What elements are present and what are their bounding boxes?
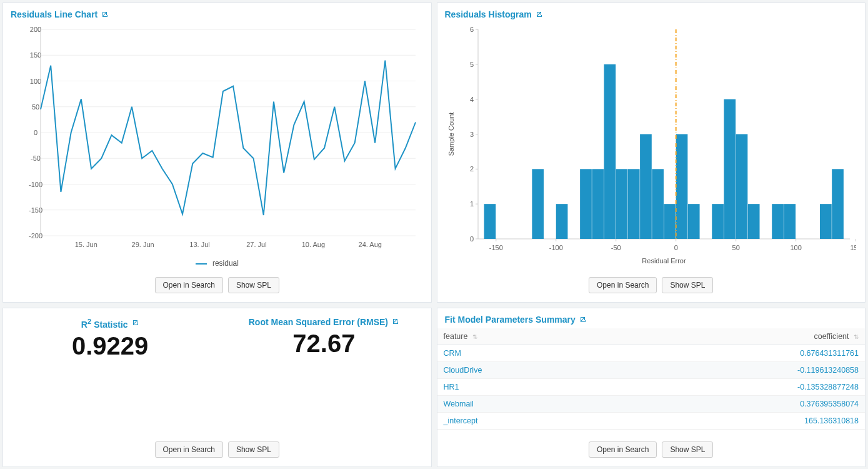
svg-rect-73 <box>784 204 796 239</box>
external-link-icon[interactable] <box>579 316 587 323</box>
panel-title-text: Fit Model Parameters Summary <box>445 315 576 325</box>
params-table: feature ⇅ coefficient ⇅ CRM0.67643131176… <box>437 328 866 430</box>
svg-rect-68 <box>712 204 724 239</box>
residuals-histogram-panel: Residuals Histogram 0123456-150-100-5005… <box>437 3 866 303</box>
col-feature-header[interactable]: feature ⇅ <box>437 328 612 345</box>
open-in-search-button[interactable]: Open in Search <box>155 441 223 458</box>
external-link-icon[interactable] <box>132 318 139 328</box>
svg-rect-69 <box>724 99 736 239</box>
fit-model-parameters-panel: Fit Model Parameters Summary feature ⇅ c… <box>437 308 866 467</box>
svg-text:5: 5 <box>469 61 473 68</box>
feature-cell: Webmail <box>437 396 612 413</box>
svg-rect-64 <box>652 169 664 239</box>
col-coefficient-header[interactable]: coefficient ⇅ <box>612 328 865 345</box>
svg-text:13. Jul: 13. Jul <box>189 241 209 248</box>
stats-panel: R2 Statistic 0.9229 Root Mean Squared Er… <box>2 308 432 467</box>
svg-text:50: 50 <box>32 103 39 111</box>
external-link-icon[interactable] <box>392 317 399 327</box>
legend-label: residual <box>212 259 239 268</box>
svg-text:100: 100 <box>790 244 801 251</box>
panel-title: Residuals Line Chart <box>3 3 431 23</box>
svg-text:6: 6 <box>469 26 473 33</box>
col-coefficient-label: coefficient <box>814 332 849 341</box>
residuals-line-chart: -200-150-100-5005010015020015. Jun29. Ju… <box>9 23 422 255</box>
svg-rect-74 <box>820 204 832 239</box>
svg-text:-50: -50 <box>611 244 621 251</box>
table-row[interactable]: CloudDrive-0.119613240858 <box>437 362 866 379</box>
svg-text:1: 1 <box>469 200 473 208</box>
external-link-icon[interactable] <box>536 11 543 18</box>
open-in-search-button[interactable]: Open in Search <box>589 277 657 293</box>
line-chart-body: -200-150-100-5005010015020015. Jun29. Ju… <box>3 23 431 271</box>
line-chart-legend: residual <box>9 256 425 268</box>
external-link-icon[interactable] <box>101 11 109 18</box>
open-in-search-button[interactable]: Open in Search <box>589 441 657 458</box>
panel-title-text: Residuals Line Chart <box>11 9 97 19</box>
r2-value: 0.9229 <box>3 332 217 360</box>
col-feature-label: feature <box>444 332 468 341</box>
feature-cell: HR1 <box>437 379 612 396</box>
table-row[interactable]: HR1-0.135328877248 <box>437 379 866 396</box>
rmse-value: 72.67 <box>217 330 431 358</box>
svg-rect-65 <box>664 204 676 239</box>
rmse-block: Root Mean Squared Error (RMSE) 72.67 <box>217 315 431 360</box>
table-row[interactable]: Webmail0.376395358074 <box>437 396 866 413</box>
svg-rect-70 <box>736 134 747 240</box>
svg-text:27. Jul: 27. Jul <box>246 241 266 248</box>
open-in-search-button[interactable]: Open in Search <box>155 277 223 293</box>
histogram-body: 0123456-150-100-50050100150Residual Erro… <box>437 23 866 271</box>
svg-text:-100: -100 <box>549 244 562 251</box>
r2-title: R2 Statistic <box>81 317 139 330</box>
svg-rect-72 <box>772 204 784 239</box>
svg-rect-67 <box>687 204 699 239</box>
svg-rect-63 <box>640 134 652 240</box>
show-spl-button[interactable]: Show SPL <box>228 441 279 458</box>
svg-text:24. Aug: 24. Aug <box>359 241 382 248</box>
svg-text:100: 100 <box>30 78 41 85</box>
sort-icon: ⇅ <box>472 333 477 340</box>
sort-icon: ⇅ <box>854 333 859 340</box>
svg-text:Residual Error: Residual Error <box>642 257 686 265</box>
svg-rect-58 <box>580 169 592 239</box>
rmse-title: Root Mean Squared Error (RMSE) <box>249 317 399 327</box>
residuals-line-chart-panel: Residuals Line Chart -200-150-100-500501… <box>2 3 432 303</box>
panel-title: Fit Model Parameters Summary <box>437 308 866 328</box>
legend-swatch <box>196 263 207 265</box>
svg-rect-71 <box>747 204 759 239</box>
svg-text:-150: -150 <box>489 244 502 251</box>
panel-title-text: Residuals Histogram <box>445 9 532 19</box>
coefficient-cell: -0.135328877248 <box>612 379 865 396</box>
svg-text:0: 0 <box>674 244 677 251</box>
panel-footer: Open in Search Show SPL <box>3 271 431 302</box>
svg-text:50: 50 <box>732 244 739 251</box>
panel-footer: Open in Search Show SPL <box>437 271 866 302</box>
panel-footer: Open in Search Show SPL <box>437 435 866 466</box>
feature-cell: _intercept <box>437 413 612 430</box>
svg-text:150: 150 <box>30 51 41 59</box>
svg-rect-61 <box>616 169 627 239</box>
svg-rect-57 <box>556 204 567 239</box>
show-spl-button[interactable]: Show SPL <box>662 277 713 293</box>
svg-text:150: 150 <box>850 244 856 251</box>
feature-cell: CloudDrive <box>437 362 612 379</box>
table-row[interactable]: _intercept165.136310818 <box>437 413 866 430</box>
r2-title-text: R2 Statistic <box>81 317 128 330</box>
svg-rect-55 <box>484 204 496 239</box>
coefficient-cell: 165.136310818 <box>612 413 865 430</box>
svg-text:2: 2 <box>469 165 473 173</box>
svg-rect-75 <box>832 169 844 239</box>
feature-cell: CRM <box>437 345 612 362</box>
svg-text:200: 200 <box>30 26 41 33</box>
panel-footer: Open in Search Show SPL <box>3 435 431 466</box>
table-row[interactable]: CRM0.676431311761 <box>437 345 866 362</box>
svg-rect-56 <box>532 169 544 239</box>
residuals-histogram-chart: 0123456-150-100-50050100150Residual Erro… <box>444 23 856 267</box>
svg-text:-50: -50 <box>31 154 41 162</box>
show-spl-button[interactable]: Show SPL <box>662 441 713 458</box>
show-spl-button[interactable]: Show SPL <box>228 277 279 293</box>
svg-rect-62 <box>627 169 639 239</box>
svg-text:4: 4 <box>469 96 473 103</box>
coefficient-cell: -0.119613240858 <box>612 362 865 379</box>
svg-text:Sample Count: Sample Count <box>447 113 455 156</box>
svg-text:15. Jun: 15. Jun <box>75 241 97 248</box>
